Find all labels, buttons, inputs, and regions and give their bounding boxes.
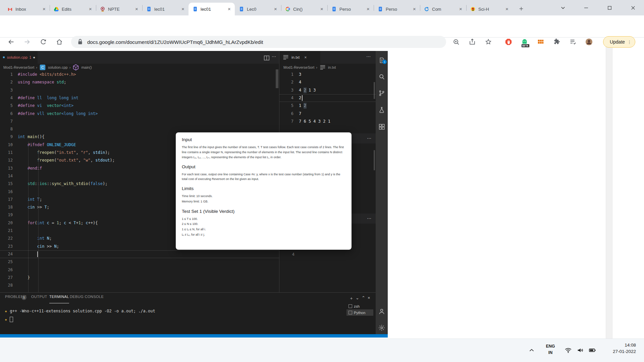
- forward-button[interactable]: [21, 36, 33, 48]
- scrollbar-thumb[interactable]: [276, 69, 278, 88]
- code-line: 8: [0, 125, 279, 133]
- wifi-icon[interactable]: [565, 347, 572, 354]
- browser-tab[interactable]: lec01×: [142, 3, 189, 15]
- home-button[interactable]: [54, 36, 65, 48]
- new-terminal-icon[interactable]: ＋: [349, 295, 354, 301]
- code-line: 13: [279, 71, 376, 78]
- code-line: 27 }: [0, 274, 279, 282]
- terminal-command: g++ -Wno-c++11-extensions solution.cpp -…: [10, 309, 155, 313]
- close-tab-icon[interactable]: ×: [458, 6, 464, 12]
- browser-tab[interactable]: Inbox×: [3, 3, 50, 15]
- beta-extension[interactable]: BETA: [519, 36, 530, 48]
- activity-bar: 1: [376, 51, 388, 334]
- close-tab-icon[interactable]: ×: [88, 6, 93, 12]
- panel-tab-output[interactable]: OUTPUT: [31, 295, 47, 302]
- reading-list-button[interactable]: [567, 36, 579, 48]
- shell-item-python[interactable]: Python: [346, 309, 373, 316]
- back-button[interactable]: [5, 36, 17, 48]
- tab-search-chevron-icon[interactable]: [555, 0, 571, 15]
- close-panel-icon[interactable]: ×: [368, 295, 370, 300]
- browser-tab[interactable]: Cin()×: [281, 3, 327, 15]
- maximize-panel-icon[interactable]: ⌃: [362, 295, 365, 300]
- in-txt-editor[interactable]: 132434 2 1 34251 26777 6 5 4 3 2 1: [279, 71, 376, 133]
- tab-separator: [50, 5, 50, 11]
- scrollbar-thumb[interactable]: [374, 82, 375, 99]
- address-bar[interactable]: docs.google.com/document/d/1ZU2oWWIUcPTm…: [71, 36, 446, 48]
- browser-tab[interactable]: NPTE×: [96, 3, 142, 15]
- maximize-button[interactable]: [602, 0, 617, 15]
- extensions-menu[interactable]: [551, 36, 562, 48]
- language-indicator[interactable]: ENG IN: [543, 343, 558, 356]
- browser-tab[interactable]: lec01×: [189, 3, 235, 15]
- more-actions-icon[interactable]: ⋯: [367, 136, 371, 141]
- tab-label: Perso: [339, 7, 365, 12]
- chevron-down-icon[interactable]: ⌄: [356, 295, 359, 300]
- text-cursor: [302, 95, 303, 101]
- close-tab-icon[interactable]: ×: [180, 6, 186, 12]
- tray-chevron-icon[interactable]: [528, 347, 535, 354]
- close-tab-icon[interactable]: ×: [504, 6, 510, 12]
- code-line: 2using namespace std;: [0, 78, 279, 86]
- close-tab-icon[interactable]: ×: [319, 6, 325, 12]
- browser-tab[interactable]: Com×: [420, 3, 466, 15]
- tab-label: Perso: [386, 7, 412, 12]
- browser-toolbar: docs.google.com/document/d/1ZU2oWWIUcPTm…: [0, 15, 644, 38]
- grid-extension[interactable]: [535, 36, 546, 48]
- limits-line: Memory limit: 1 GB.: [182, 199, 345, 204]
- breadcrumb[interactable]: Mod1-ReverseSort› in.txt: [283, 64, 336, 71]
- search-icon[interactable]: [378, 73, 385, 80]
- scrollbar-thumb[interactable]: [374, 150, 375, 170]
- zoom-button[interactable]: [450, 36, 462, 48]
- panel-tab-debug-console[interactable]: DEBUG CONSOLE: [70, 295, 104, 302]
- swirl-icon: [424, 6, 429, 12]
- close-tab-icon[interactable]: ×: [412, 6, 417, 12]
- share-button[interactable]: [467, 36, 478, 48]
- close-button[interactable]: [625, 0, 641, 15]
- txt-file-icon: [282, 54, 289, 61]
- tab-in-txt[interactable]: in.txt ×: [279, 51, 320, 64]
- minimize-button[interactable]: [578, 0, 594, 15]
- close-tab-icon[interactable]: ×: [365, 6, 371, 12]
- browser-tab[interactable]: Perso×: [374, 3, 420, 15]
- browser-tab[interactable]: Sci-H×: [466, 3, 513, 15]
- tab-solution-cpp[interactable]: C solution.cpp 1 ●: [0, 51, 38, 64]
- taskbar-clock[interactable]: 14:08 27-01-2022: [602, 343, 636, 354]
- account-icon[interactable]: [378, 308, 385, 315]
- breadcrumb[interactable]: Mod1-ReverseSort› C solution.cpp› main(): [3, 64, 92, 71]
- browser-tab[interactable]: Perso×: [327, 3, 374, 15]
- battery-icon[interactable]: [589, 347, 596, 354]
- panel-tab-terminal[interactable]: TERMINAL: [49, 295, 69, 303]
- browser-tab[interactable]: Edits×: [50, 3, 96, 15]
- google-icon: [285, 6, 290, 12]
- constraint-line: 1 ≤ T ≤ 100.: [182, 217, 345, 222]
- source-control-icon[interactable]: [378, 89, 385, 97]
- more-actions-icon[interactable]: ⋯: [272, 54, 276, 59]
- shell-item-zsh[interactable]: zsh: [346, 303, 373, 309]
- more-actions-icon[interactable]: ⋯: [366, 54, 371, 59]
- update-button[interactable]: Update ⋮: [603, 36, 635, 48]
- bookmark-button[interactable]: [483, 36, 494, 48]
- close-tab-icon[interactable]: ×: [304, 55, 307, 60]
- docs-scrollbar[interactable]: [606, 38, 612, 339]
- tab-separator: [281, 5, 281, 11]
- extensions-icon[interactable]: [378, 123, 385, 130]
- new-tab-button[interactable]: [517, 4, 526, 13]
- reload-button[interactable]: [38, 36, 49, 48]
- settings-gear-icon[interactable]: [378, 324, 385, 331]
- tab-label: Com: [432, 7, 458, 12]
- testing-flask-icon[interactable]: [378, 106, 385, 114]
- adblock-extension[interactable]: [503, 36, 514, 48]
- tab-separator: [96, 5, 96, 11]
- profile-avatar[interactable]: [583, 36, 595, 48]
- more-actions-icon[interactable]: ⋯: [367, 216, 371, 221]
- close-tab-icon[interactable]: ×: [273, 6, 278, 12]
- browser-tab[interactable]: Lec0×: [235, 3, 281, 15]
- url-text[interactable]: docs.google.com/document/d/1ZU2oWWIUcPTm…: [87, 39, 263, 45]
- prompt-icon: ★: [5, 317, 7, 322]
- close-tab-icon[interactable]: ×: [226, 6, 232, 12]
- split-editor-icon[interactable]: [263, 54, 270, 62]
- scihub-icon: [470, 6, 476, 12]
- close-tab-icon[interactable]: ×: [134, 6, 140, 12]
- volume-icon[interactable]: [577, 347, 584, 354]
- close-tab-icon[interactable]: ×: [41, 6, 47, 12]
